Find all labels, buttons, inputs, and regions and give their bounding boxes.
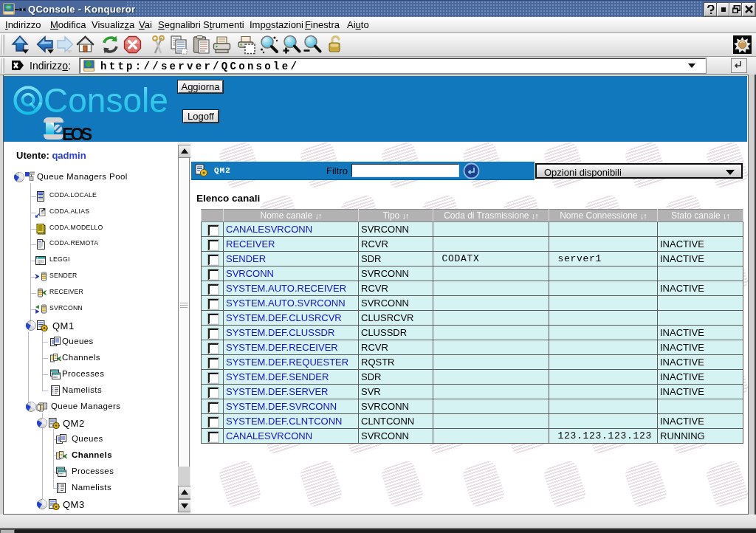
- svg-text:EOS: EOS: [62, 125, 92, 141]
- svg-text:Console: Console: [44, 82, 168, 119]
